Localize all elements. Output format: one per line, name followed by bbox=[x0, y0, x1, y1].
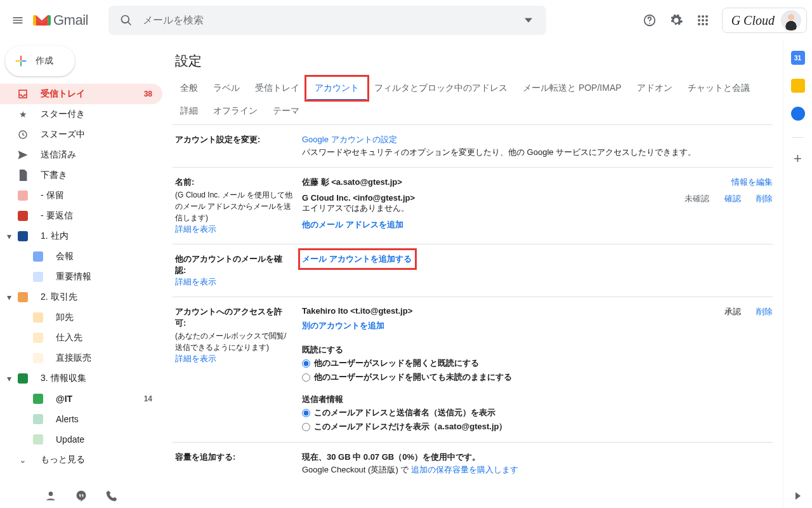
chevron-right-icon bbox=[794, 492, 802, 500]
sidebar-item-reply-needed[interactable]: - 要返信 bbox=[0, 206, 162, 226]
gear-icon bbox=[669, 13, 683, 27]
sidebar-item-important-info[interactable]: 重要情報 bbox=[0, 267, 162, 287]
tab-advanced[interactable]: 詳細 bbox=[173, 100, 206, 122]
section-grant-desc: (あなたのメールボックスで閲覧/送信できるようになります) bbox=[175, 330, 293, 353]
contacts-icon[interactable] bbox=[44, 490, 57, 504]
sender-opt2-label: このメールアドレスだけを表示（a.sato@gtest.jp） bbox=[314, 421, 507, 432]
caret-down-icon[interactable]: ▾ bbox=[5, 232, 13, 240]
search-bar[interactable] bbox=[108, 6, 546, 35]
sidebar-item-direct-sales[interactable]: 直接販売 bbox=[0, 348, 162, 368]
section-name-more-link[interactable]: 詳細を表示 bbox=[175, 224, 216, 234]
keep-addon-button[interactable] bbox=[791, 79, 805, 93]
sidebar-item-update[interactable]: Update bbox=[0, 429, 162, 450]
read-opt1-label: 他のユーザーがスレッドを開くと既読にする bbox=[314, 358, 479, 369]
sidebar-item-alerts[interactable]: Alerts bbox=[0, 409, 162, 429]
section-grant-more-link[interactable]: 詳細を表示 bbox=[175, 354, 216, 363]
caret-down-icon[interactable]: ▾ bbox=[5, 375, 13, 382]
sidebar-item-label: 会報 bbox=[56, 251, 74, 262]
hamburger-icon bbox=[11, 14, 24, 27]
sidebar-item-inbox[interactable]: 受信トレイ 38 bbox=[0, 84, 162, 104]
support-button[interactable] bbox=[637, 8, 662, 33]
tab-themes[interactable]: テーマ bbox=[265, 100, 307, 122]
storage-prefix: Google Checkout (英語版) で bbox=[302, 465, 411, 474]
settings-button[interactable] bbox=[664, 8, 689, 33]
svg-point-4 bbox=[705, 15, 708, 18]
search-options-button[interactable] bbox=[516, 9, 541, 32]
sender-opt1-row[interactable]: このメールアドレスと送信者名（送信元）を表示 bbox=[302, 407, 773, 418]
tab-accounts[interactable]: アカウント bbox=[307, 77, 367, 100]
add-mail-account-link[interactable]: メール アカウントを追加する bbox=[302, 254, 412, 264]
alias-confirm-link[interactable]: 確認 bbox=[724, 193, 741, 204]
sidebar-item-newsletter[interactable]: 会報 bbox=[0, 246, 162, 267]
sender-opt2-row[interactable]: このメールアドレスだけを表示（a.sato@gtest.jp） bbox=[302, 421, 773, 432]
sidebar-item-drafts[interactable]: 下書き bbox=[0, 165, 162, 185]
tab-inbox[interactable]: 受信トレイ bbox=[247, 77, 307, 100]
sidebar-item-more[interactable]: ⌄ もっと見る bbox=[0, 450, 162, 470]
account-chip[interactable]: G Cloud bbox=[722, 8, 807, 33]
settings-tabs: 全般 ラベル 受信トレイ アカウント フィルタとブロック中のアドレス メール転送… bbox=[173, 77, 773, 122]
buy-storage-link[interactable]: 追加の保存容量を購入します bbox=[411, 465, 518, 474]
sidebar-item-atit[interactable]: @IT 14 bbox=[0, 389, 162, 409]
search-input[interactable] bbox=[141, 14, 516, 27]
add-delegate-link[interactable]: 別のアカウントを追加 bbox=[302, 320, 773, 331]
read-opt2-row[interactable]: 他のユーザーがスレッドを開いても未読のままにする bbox=[302, 371, 773, 383]
sidebar-item-label: - 要返信 bbox=[41, 210, 73, 222]
svg-point-8 bbox=[698, 23, 700, 25]
sidebar-item-label: 下書き bbox=[41, 170, 67, 181]
star-icon: ★ bbox=[16, 108, 29, 121]
tasks-addon-button[interactable] bbox=[791, 107, 805, 121]
gmail-logo[interactable]: Gmail bbox=[33, 12, 88, 29]
sidebar-item-wholesale[interactable]: 卸先 bbox=[0, 307, 162, 328]
get-addons-button[interactable]: + bbox=[794, 152, 802, 166]
section-name-label: 名前: bbox=[175, 177, 293, 188]
read-opt1-row[interactable]: 他のユーザーがスレッドを開くと既読にする bbox=[302, 358, 773, 369]
add-another-address-link[interactable]: 他のメール アドレスを追加 bbox=[302, 219, 773, 231]
delegate-delete-link[interactable]: 削除 bbox=[756, 306, 773, 318]
sidebar-item-hold[interactable]: - 保留 bbox=[0, 185, 162, 206]
phone-icon[interactable] bbox=[105, 490, 118, 504]
caret-down-icon[interactable]: ▾ bbox=[5, 293, 13, 301]
svg-point-1 bbox=[649, 23, 650, 24]
tab-offline[interactable]: オフライン bbox=[206, 100, 265, 122]
sidebar-item-label: 2. 取引先 bbox=[41, 291, 77, 303]
file-icon bbox=[16, 169, 29, 182]
sender-opt2-radio[interactable] bbox=[302, 423, 310, 431]
tab-labels[interactable]: ラベル bbox=[206, 77, 247, 100]
sender-opt1-radio[interactable] bbox=[302, 409, 310, 417]
calendar-addon-button[interactable]: 31 bbox=[791, 51, 805, 65]
sidebar-item-supplier[interactable]: 仕入先 bbox=[0, 328, 162, 348]
sidebar-item-research[interactable]: ▾ 3. 情報収集 bbox=[0, 368, 162, 389]
edit-info-link[interactable]: 情報を編集 bbox=[731, 177, 773, 188]
label-icon bbox=[16, 210, 29, 222]
read-opt1-radio[interactable] bbox=[302, 359, 310, 368]
svg-point-2 bbox=[698, 15, 700, 18]
section-check-other-more-link[interactable]: 詳細を表示 bbox=[175, 277, 216, 286]
sidebar-item-snoozed[interactable]: スヌーズ中 bbox=[0, 124, 162, 145]
sender-opt1-label: このメールアドレスと送信者名（送信元）を表示 bbox=[314, 407, 495, 418]
compose-button[interactable]: 作成 bbox=[5, 46, 75, 76]
label-icon bbox=[16, 372, 29, 385]
sidebar-item-partners[interactable]: ▾ 2. 取引先 bbox=[0, 287, 162, 307]
tab-general[interactable]: 全般 bbox=[173, 77, 206, 100]
hangouts-icon[interactable] bbox=[75, 490, 88, 504]
alias-delete-link[interactable]: 削除 bbox=[756, 193, 773, 204]
sidepanel-toggle-button[interactable] bbox=[794, 491, 802, 502]
clock-icon bbox=[16, 128, 29, 141]
chevron-down-icon: ⌄ bbox=[16, 453, 29, 466]
google-account-settings-link[interactable]: Google アカウントの設定 bbox=[302, 134, 773, 145]
tab-forwarding[interactable]: メール転送と POP/IMAP bbox=[515, 77, 629, 100]
sidebar-item-sent[interactable]: 送信済み bbox=[0, 145, 162, 165]
search-button[interactable] bbox=[114, 9, 139, 32]
tab-addons[interactable]: アドオン bbox=[629, 77, 680, 100]
main-menu-button[interactable] bbox=[5, 8, 30, 33]
sidebar-item-label: 卸先 bbox=[56, 312, 74, 323]
tab-chat[interactable]: チャットと会議 bbox=[680, 77, 757, 100]
tab-filters[interactable]: フィルタとブロック中のアドレス bbox=[367, 77, 515, 100]
sidebar-item-label: 重要情報 bbox=[56, 271, 91, 283]
sidebar-item-internal[interactable]: ▾ 1. 社内 bbox=[0, 226, 162, 246]
sidebar-item-starred[interactable]: ★ スター付き bbox=[0, 104, 162, 124]
read-opt2-radio[interactable] bbox=[302, 373, 310, 382]
svg-point-6 bbox=[702, 19, 704, 22]
google-apps-button[interactable] bbox=[690, 8, 716, 33]
avatar bbox=[781, 10, 801, 30]
